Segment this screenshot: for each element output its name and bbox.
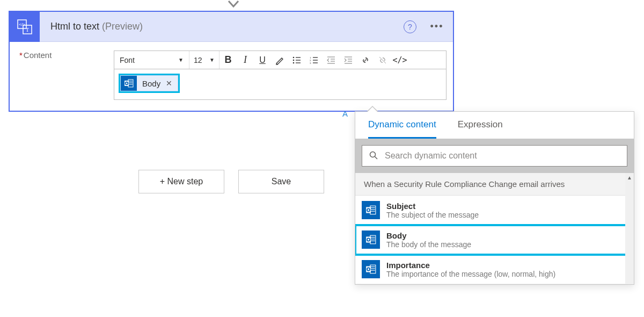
- svg-text:</>: </>: [19, 22, 25, 27]
- svg-point-6: [293, 62, 295, 63]
- dynamic-token-body[interactable]: Body ✕: [120, 75, 178, 91]
- dc-tabs: Dynamic content Expression: [355, 112, 634, 139]
- svg-rect-34: [370, 206, 376, 214]
- number-list-button[interactable]: 123: [305, 51, 323, 69]
- card-menu-button[interactable]: •••: [426, 21, 448, 32]
- dynamic-content-panel: Dynamic content Expression When a Securi…: [355, 111, 634, 285]
- save-button[interactable]: Save: [238, 170, 324, 193]
- dc-results: When a Security Rule Compliance Change e…: [355, 173, 634, 284]
- dc-item-desc: The importance of the message (low, norm…: [386, 270, 555, 278]
- action-card-html-to-text: </> T Html to text (Preview) ? ••• *Cont…: [9, 11, 454, 112]
- link-button[interactable]: [357, 51, 374, 69]
- svg-line-32: [375, 156, 378, 159]
- new-step-button[interactable]: + New step: [138, 170, 224, 193]
- underline-button[interactable]: U: [254, 51, 271, 69]
- dc-item-desc: The subject of the message: [386, 211, 479, 219]
- svg-point-31: [370, 152, 376, 157]
- content-field-label: *Content: [16, 51, 114, 100]
- svg-text:3: 3: [310, 62, 311, 64]
- dc-item-text: ImportanceThe importance of the message …: [386, 261, 555, 278]
- tab-expression[interactable]: Expression: [458, 112, 503, 139]
- svg-point-4: [293, 56, 295, 58]
- svg-text:T: T: [26, 27, 29, 33]
- svg-rect-26: [128, 80, 133, 87]
- token-label: Body: [137, 79, 165, 88]
- outlook-icon: [362, 201, 380, 219]
- required-mark: *: [19, 51, 23, 60]
- search-icon: [369, 150, 378, 162]
- dc-search-area: [355, 139, 634, 173]
- dc-item-body[interactable]: BodyThe body of the message: [355, 225, 634, 255]
- dc-search-input[interactable]: [385, 151, 620, 161]
- card-title: Html to text (Preview): [40, 21, 404, 32]
- bullet-list-button[interactable]: [288, 51, 305, 69]
- dc-item-desc: The body of the message: [386, 240, 471, 249]
- scrollbar[interactable]: ▲: [625, 173, 634, 284]
- tab-expression-label: Expression: [458, 119, 503, 130]
- svg-point-5: [293, 59, 295, 61]
- italic-button[interactable]: I: [237, 51, 254, 69]
- editor-toolbar: Font▼ 12▼ B I U 123: [114, 51, 447, 69]
- dc-item-subject[interactable]: SubjectThe subject of the message: [355, 196, 634, 225]
- tab-dynamic-label: Dynamic content: [368, 119, 436, 130]
- rich-text-editor: Font▼ 12▼ B I U 123: [114, 51, 447, 100]
- dc-item-name: Body: [386, 231, 471, 240]
- highlight-button[interactable]: [271, 51, 288, 69]
- card-body: *Content Font▼ 12▼ B I U: [10, 42, 453, 111]
- outlook-icon: [362, 260, 380, 278]
- dc-group-header: When a Security Rule Compliance Change e…: [355, 173, 634, 196]
- unlink-button[interactable]: [374, 51, 391, 69]
- dc-item-text: BodyThe body of the message: [386, 231, 471, 249]
- chevron-down-icon: ▼: [209, 57, 215, 63]
- svg-rect-46: [370, 265, 376, 273]
- popover-caret-fill: [367, 107, 378, 112]
- scroll-up-icon[interactable]: ▲: [625, 173, 634, 182]
- dc-search-box[interactable]: [362, 145, 627, 167]
- tab-dynamic-content[interactable]: Dynamic content: [368, 112, 436, 139]
- outlook-icon: [362, 230, 380, 249]
- save-label: Save: [272, 177, 291, 186]
- dc-item-text: SubjectThe subject of the message: [386, 201, 479, 219]
- highlight-token-body: Body ✕: [119, 74, 180, 93]
- flow-arrow-down-icon: [228, 0, 239, 11]
- svg-rect-40: [370, 235, 376, 244]
- card-header[interactable]: </> T Html to text (Preview) ? •••: [10, 12, 453, 42]
- add-dynamic-hint-clip: A: [342, 109, 348, 118]
- content-input[interactable]: Body ✕: [114, 69, 447, 100]
- token-remove-icon[interactable]: ✕: [165, 79, 178, 88]
- card-title-preview: (Preview): [102, 21, 143, 32]
- content-label-text: Content: [24, 51, 52, 60]
- dc-item-name: Importance: [386, 261, 555, 270]
- outlook-icon: [121, 76, 137, 91]
- dc-item-importance[interactable]: ImportanceThe importance of the message …: [355, 255, 634, 284]
- card-title-text: Html to text: [50, 21, 99, 32]
- font-size-dropdown[interactable]: 12▼: [189, 51, 219, 69]
- new-step-label: + New step: [160, 177, 203, 186]
- font-dropdown-label: Font: [120, 56, 135, 64]
- font-size-label: 12: [194, 56, 202, 64]
- outdent-button[interactable]: [323, 51, 340, 69]
- font-dropdown[interactable]: Font▼: [114, 51, 189, 69]
- html-to-text-icon: </> T: [10, 12, 40, 42]
- chevron-down-icon: ▼: [178, 57, 184, 63]
- indent-button[interactable]: [340, 51, 357, 69]
- dc-item-name: Subject: [386, 201, 479, 211]
- help-icon[interactable]: ?: [404, 20, 416, 33]
- bold-button[interactable]: B: [219, 51, 237, 69]
- code-view-button[interactable]: </>: [391, 51, 408, 69]
